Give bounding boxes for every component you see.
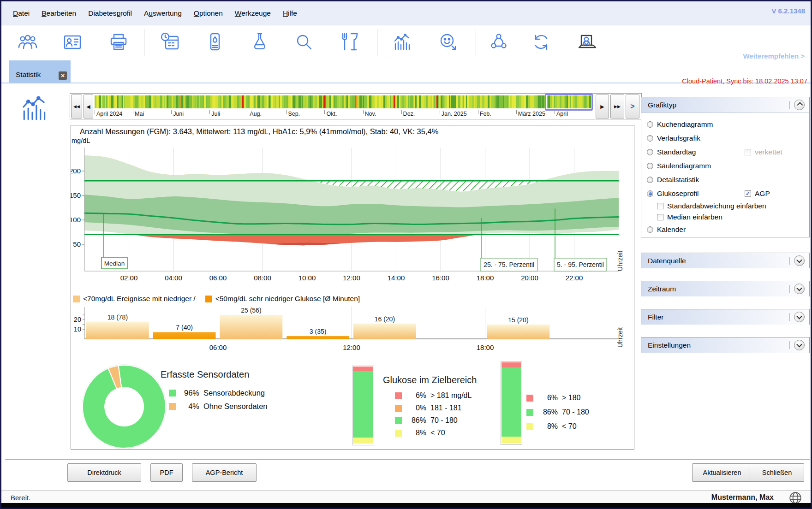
- timeline-month-label: Nov.: [365, 111, 376, 117]
- agp-summary-title: Anzahl Messungen (FGM): 3.643, Mittelwer…: [80, 127, 438, 136]
- tab-statistik[interactable]: Statistik ✕: [9, 60, 71, 83]
- radio-verlaufsgrafik[interactable]: Verlaufsgrafik: [641, 131, 809, 145]
- expand-icon[interactable]: [794, 255, 805, 266]
- calendar-clock-icon[interactable]: [160, 31, 181, 53]
- tir-title: Glukose im Zielbereich: [383, 375, 477, 385]
- close-icon[interactable]: ✕: [59, 71, 67, 80]
- checkbox-verkettet[interactable]: verkettet: [745, 148, 782, 156]
- aktualisieren-button[interactable]: Aktualisieren: [692, 463, 752, 482]
- legend-swatch: [526, 409, 533, 416]
- menu-hilfe[interactable]: Hilfe: [283, 9, 297, 18]
- month-tick: [516, 110, 517, 114]
- timeline-month-label: Juni: [173, 111, 184, 117]
- referral-link[interactable]: Weiterempfehlen >: [743, 52, 805, 60]
- patient-card-icon[interactable]: [62, 31, 83, 53]
- lab-icon[interactable]: [249, 31, 270, 53]
- radio-detailstatistik[interactable]: Detailstatistik: [641, 173, 809, 187]
- timeline-month-label: April: [556, 111, 568, 117]
- menu-bearbeiten[interactable]: Bearbeiten: [42, 9, 76, 18]
- legend-swatch: [395, 430, 402, 437]
- statistics-icon[interactable]: [391, 31, 412, 53]
- menu-auswertung[interactable]: Auswertung: [144, 9, 182, 18]
- radio-kuchendiagramm[interactable]: Kuchendiagramm: [641, 118, 809, 131]
- svg-text:10:00: 10:00: [299, 274, 316, 282]
- wellbeing-icon[interactable]: [437, 31, 459, 53]
- month-tick: [171, 110, 172, 114]
- svg-text:14:00: 14:00: [388, 274, 405, 282]
- expand-icon[interactable]: [794, 284, 805, 294]
- toolbar: [1, 25, 811, 59]
- timeline-next-button[interactable]: ▶: [596, 95, 609, 118]
- share-icon[interactable]: [488, 31, 509, 53]
- nutrition-icon[interactable]: [339, 31, 360, 53]
- panel-header-filter[interactable]: Filter: [641, 309, 809, 325]
- expand-icon[interactable]: [794, 340, 805, 350]
- menu-diabetesprofil[interactable]: Diabetesprofil: [88, 9, 132, 18]
- legend-row: 0%181 - 181: [395, 404, 472, 412]
- legend-row: 4%Ohne Sensordaten: [169, 402, 268, 411]
- svg-text:Uhrzeit: Uhrzeit: [616, 327, 624, 348]
- radio-glukoseprofil[interactable]: Glukoseprofil✓AGP: [641, 187, 809, 201]
- legend-label: <50mg/dL sehr niedriger Glukose [Ø Minut…: [215, 295, 360, 303]
- glucose-meter-icon[interactable]: [204, 31, 226, 53]
- agp-bericht-button[interactable]: AGP-Bericht: [192, 463, 257, 482]
- search-icon[interactable]: [293, 31, 314, 53]
- svg-text:16:00: 16:00: [432, 274, 449, 282]
- timeline-prev-button[interactable]: ◀: [84, 95, 93, 118]
- agp-y-unit-label: mg/dL: [72, 137, 90, 144]
- option-label: Median einfärben: [667, 213, 722, 221]
- month-tick: [95, 110, 95, 114]
- sidebar-panel-grafiktyp: GrafiktypKuchendiagrammVerlaufsgrafikSta…: [641, 97, 810, 237]
- direktdruck-button[interactable]: Direktdruck: [67, 463, 141, 482]
- month-tick: [248, 110, 248, 114]
- svg-text:15 (20): 15 (20): [508, 316, 528, 324]
- menu-optionen[interactable]: Optionen: [194, 9, 223, 18]
- timeline-month-label: Sep.: [288, 111, 300, 117]
- menu-datei[interactable]: Datei: [13, 9, 30, 18]
- radio-säulendiagramm[interactable]: Säulendiagramm: [641, 159, 809, 173]
- timeline-first-button[interactable]: ◀◀: [71, 95, 82, 118]
- checkbox-agp[interactable]: ✓AGP: [745, 189, 770, 198]
- svg-text:25 (56): 25 (56): [241, 307, 261, 314]
- tir-legend: 6%> 18086%70 - 1808%< 70: [526, 394, 589, 431]
- pdf-button[interactable]: PDF: [150, 463, 183, 482]
- panel-header-einstellungen[interactable]: Einstellungen: [641, 337, 809, 353]
- tir-detail-legend: 6%> 181 mg/dL0%181 - 18186%70 - 1808%< 7…: [395, 391, 472, 437]
- month-tick: [209, 110, 210, 114]
- timeline-month-label: Okt.: [326, 111, 337, 117]
- menu-werkzeuge[interactable]: Werkzeuge: [235, 9, 271, 18]
- checkbox-median-einfärben[interactable]: Median einfärben: [641, 212, 809, 223]
- toolbar-separator: [476, 29, 476, 56]
- sensor-coverage-donut: [80, 362, 168, 451]
- svg-text:06:00: 06:00: [209, 343, 227, 351]
- legend-swatch: [205, 296, 212, 302]
- schliessen-button[interactable]: Schließen: [750, 463, 804, 482]
- panel-header-grafiktyp[interactable]: Grafiktyp: [641, 97, 809, 112]
- timeline-strip[interactable]: [95, 95, 593, 108]
- option-label: Standardabweichung einfärben: [667, 202, 766, 210]
- telemedicine-icon[interactable]: [576, 31, 597, 53]
- menu-bar: DateiBearbeitenDiabetesprofilAuswertungO…: [1, 1, 811, 25]
- collapse-icon[interactable]: [794, 100, 805, 110]
- radio-kalender[interactable]: Kalender: [641, 223, 809, 237]
- cloud-sync-status: Cloud-Patient, Sync bis: 18.02.2025 13:0…: [682, 77, 807, 85]
- panel-header-zeitraum[interactable]: Zeitraum: [641, 281, 809, 296]
- radio-standardtag[interactable]: Standardtagverkettet: [641, 145, 809, 159]
- patients-icon[interactable]: [17, 31, 38, 53]
- legend-row: 8%< 70: [526, 422, 589, 431]
- timeline-forward-button[interactable]: >: [626, 95, 639, 118]
- month-tick: [324, 110, 325, 114]
- svg-text:Uhrzeit: Uhrzeit: [616, 251, 624, 271]
- print-icon[interactable]: [108, 31, 129, 53]
- checkbox-standardabweichung-einfärben[interactable]: Standardabweichung einfärben: [641, 201, 809, 212]
- expand-icon[interactable]: [794, 312, 805, 322]
- month-tick: [363, 110, 364, 114]
- panel-header-datenquelle[interactable]: Datenquelle: [641, 253, 809, 268]
- timeline-selection[interactable]: [545, 94, 593, 111]
- timeline-last-button[interactable]: ▶▶: [610, 95, 624, 118]
- panel-title: Datenquelle: [648, 257, 789, 265]
- sync-icon[interactable]: [531, 31, 552, 53]
- svg-text:Median: Median: [104, 260, 125, 267]
- panel-title: Grafiktyp: [648, 101, 789, 109]
- sensor-coverage-title: Erfasste Sensordaten: [161, 369, 249, 380]
